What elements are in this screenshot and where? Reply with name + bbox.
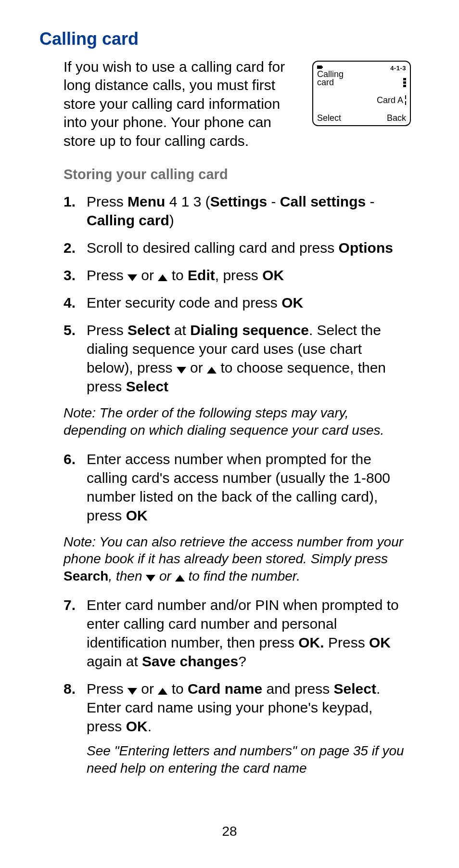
step-7: 7. Enter card number and/or PIN when pro… [64, 596, 411, 671]
text: or [155, 569, 175, 583]
signal-icon [403, 73, 406, 87]
text: again at [87, 653, 142, 669]
step-6: 6. Enter access number when prompted for… [64, 450, 411, 525]
text: to find the number. [185, 569, 300, 583]
arrow-down-icon [128, 688, 137, 695]
menu-label: Menu [128, 194, 165, 209]
step-1: 1. Press Menu 4 1 3 (Settings - Call set… [64, 192, 411, 230]
battery-icon [317, 65, 323, 69]
svg-rect-1 [322, 66, 323, 68]
scroll-indicator-icon [405, 95, 406, 105]
text: . [148, 718, 152, 734]
text: Scroll to desired calling card and press [87, 240, 339, 256]
select-label: Select [126, 378, 168, 394]
step-number: 8. [64, 679, 87, 698]
select-label: Select [334, 681, 376, 697]
ok-label: OK [281, 295, 303, 311]
text: Press [87, 681, 128, 697]
subsection-heading: Storing your calling card [39, 167, 411, 182]
steps-list-1: 1. Press Menu 4 1 3 (Settings - Call set… [39, 192, 411, 396]
step-8: 8. Press or to Card name and press Selec… [64, 679, 411, 736]
arrow-up-icon [207, 367, 217, 374]
intro-row: If you wish to use a calling card for lo… [39, 58, 411, 150]
text: , then [108, 569, 146, 583]
phone-screen-mid: Card A [317, 95, 406, 105]
step-number: 3. [64, 266, 87, 285]
svg-rect-0 [317, 65, 322, 69]
intro-paragraph: If you wish to use a calling card for lo… [64, 58, 304, 150]
text: - [267, 194, 280, 209]
softkey-right: Back [387, 113, 406, 123]
step-number: 5. [64, 321, 87, 339]
phone-screen-illustration: Calling card 4-1-3 Card A Select Back [312, 61, 411, 126]
select-label: Select [128, 322, 170, 338]
settings-label: Settings [210, 194, 267, 209]
ok-label: OK. [298, 635, 324, 650]
arrow-down-icon [177, 367, 186, 374]
step-2: 2. Scroll to desired calling card and pr… [64, 238, 411, 257]
text: or [186, 360, 207, 376]
call-settings-label: Call settings [280, 194, 366, 209]
ok-label: OK [369, 635, 391, 650]
arrow-up-icon [158, 274, 167, 281]
text: and press [262, 681, 333, 697]
phone-screen-softkeys: Select Back [317, 113, 406, 123]
step-number: 2. [64, 238, 87, 257]
text: ) [169, 212, 174, 228]
ok-label: OK [126, 507, 148, 523]
text: Note: You can also retrieve the access n… [64, 534, 403, 567]
options-label: Options [339, 240, 393, 256]
text: - [366, 194, 374, 209]
text: at [170, 322, 190, 338]
arrow-up-icon [175, 575, 185, 582]
calling-card-label: Calling card [87, 212, 169, 228]
text: Press [87, 267, 128, 283]
text: 4 1 3 ( [165, 194, 210, 209]
text: to [167, 267, 188, 283]
text: or [137, 681, 158, 697]
steps-list-2: 6. Enter access number when prompted for… [39, 450, 411, 525]
section-heading: Calling card [39, 29, 411, 49]
text: , press [215, 267, 262, 283]
step-number: 1. [64, 192, 87, 211]
arrow-up-icon [158, 688, 167, 695]
card-name-label: Card name [188, 681, 262, 697]
text: Press [87, 322, 128, 338]
sub-note: See "Entering letters and numbers" on pa… [39, 742, 411, 777]
arrow-down-icon [128, 274, 137, 281]
screen-menu-code: 4-1-3 [390, 65, 406, 72]
step-4: 4. Enter security code and press OK [64, 293, 411, 312]
ok-label: OK [262, 267, 284, 283]
phone-screen-top: Calling card 4-1-3 [317, 65, 406, 87]
search-label: Search [64, 569, 108, 583]
text: Enter security code and press [87, 295, 281, 311]
step-5: 5. Press Select at Dialing sequence. Sel… [64, 321, 411, 396]
ok-label: OK [126, 718, 148, 734]
note-1: Note: The order of the following steps m… [39, 404, 411, 439]
dialing-sequence-label: Dialing sequence [190, 322, 309, 338]
page-number: 28 [0, 824, 459, 839]
text: ? [238, 653, 246, 669]
step-number: 4. [64, 293, 87, 312]
note-2: Note: You can also retrieve the access n… [39, 533, 411, 585]
text: to [167, 681, 188, 697]
page: Calling card If you wish to use a callin… [0, 0, 459, 868]
text: or [137, 267, 158, 283]
arrow-down-icon [146, 575, 155, 582]
screen-title-line2: card [317, 78, 344, 87]
softkey-left: Select [317, 113, 341, 123]
screen-selected-card: Card A [377, 95, 403, 105]
text: Press [324, 635, 369, 650]
steps-list-3: 7. Enter card number and/or PIN when pro… [39, 596, 411, 736]
save-changes-label: Save changes [142, 653, 238, 669]
text: Press [87, 194, 128, 209]
step-number: 7. [64, 596, 87, 614]
step-number: 6. [64, 450, 87, 468]
phone-screen-box: Calling card 4-1-3 Card A Select Back [312, 61, 411, 126]
step-3: 3. Press or to Edit, press OK [64, 266, 411, 285]
edit-label: Edit [188, 267, 215, 283]
